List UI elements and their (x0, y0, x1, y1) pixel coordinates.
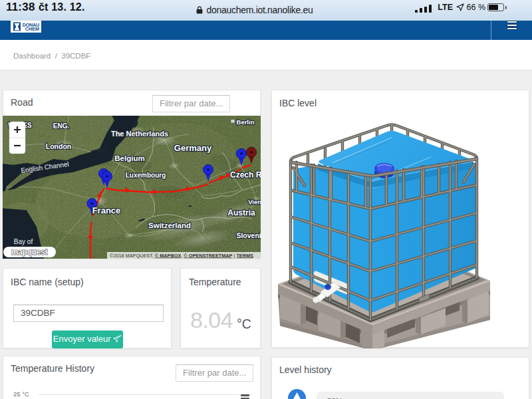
svg-text:The Netherlands: The Netherlands (111, 130, 168, 138)
svg-text:London: London (46, 142, 71, 150)
svg-text:mapquest: mapquest (11, 247, 48, 257)
svg-text:Vienn: Vienn (248, 198, 261, 205)
svg-text:Belgium: Belgium (114, 154, 144, 162)
svg-text:Slovenia: Slovenia (236, 231, 261, 239)
svg-text:Bay of: Bay of (14, 238, 33, 245)
svg-text:Czech Re: Czech Re (230, 170, 261, 180)
svg-text:Germany: Germany (174, 143, 212, 153)
svg-text:Austria: Austria (227, 208, 255, 217)
svg-text:©2018 MAPQUEST, © MAPBOX, © OP: ©2018 MAPQUEST, © MAPBOX, © OPENSTREETMA… (110, 253, 253, 259)
svg-text:Luxembourg: Luxembourg (126, 172, 166, 179)
svg-text:Berlin: Berlin (237, 118, 255, 126)
svg-text:France: France (92, 205, 121, 215)
svg-text:Switzerland: Switzerland (148, 221, 191, 229)
svg-text:ENG.: ENG. (53, 122, 70, 130)
svg-text:CHEM: CHEM (25, 26, 39, 32)
